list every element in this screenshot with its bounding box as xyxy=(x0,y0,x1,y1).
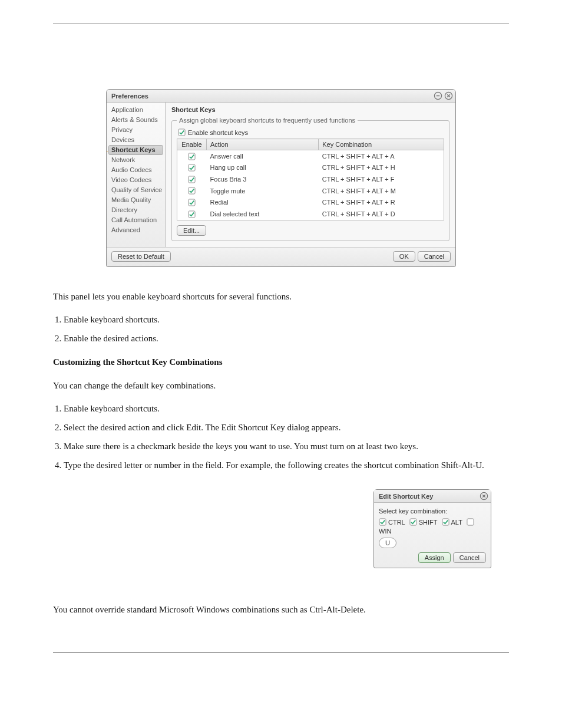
checkbox-icon[interactable] xyxy=(188,176,196,183)
dialog-title: Edit Shortcut Key xyxy=(379,493,478,500)
customize-heading: Customizing the Shortcut Key Combination… xyxy=(53,357,223,367)
sidebar-item-video-codecs[interactable]: Video Codecs xyxy=(107,175,165,185)
top-rule xyxy=(53,24,509,24)
assign-button[interactable]: Assign xyxy=(418,552,451,563)
sidebar-item-directory[interactable]: Directory xyxy=(107,205,165,215)
sidebar-item-devices[interactable]: Devices xyxy=(107,135,165,145)
close-icon[interactable] xyxy=(444,91,453,101)
edit-button[interactable]: Edit... xyxy=(177,225,206,236)
sidebar-item-call-automation[interactable]: Call Automation xyxy=(107,215,165,225)
svg-rect-17 xyxy=(442,519,448,525)
bottom-rule xyxy=(53,652,509,653)
modifier-checkbox-shift[interactable] xyxy=(409,518,417,526)
svg-rect-15 xyxy=(379,519,386,525)
modifier-checkbox-win[interactable] xyxy=(467,518,474,526)
modifier-label-ctrl: CTRL xyxy=(388,519,405,526)
sidebar-item-advanced[interactable]: Advanced xyxy=(107,225,165,235)
key-combination-cell: CTRL + SHIFT + ALT + H xyxy=(319,162,444,174)
checkbox-icon[interactable] xyxy=(188,199,196,206)
step-1: Enable keyboard shortcuts. xyxy=(64,314,509,327)
table-row[interactable]: Hang up callCTRL + SHIFT + ALT + H xyxy=(177,162,444,174)
step-2: Enable the desired actions. xyxy=(64,332,509,345)
sidebar-item-application[interactable]: Application xyxy=(107,105,165,115)
action-cell: Toggle mute xyxy=(207,185,319,197)
enable-cell[interactable] xyxy=(177,196,207,208)
preferences-window: Preferences Application Alerts & Sounds … xyxy=(106,89,456,267)
checkbox-icon[interactable] xyxy=(188,187,196,195)
document-body-text: This panel lets you enable keyboard shor… xyxy=(53,291,509,472)
modifier-label-alt: ALT xyxy=(451,519,462,526)
sidebar-item-label: Directory xyxy=(111,206,137,213)
col-action: Action xyxy=(207,139,319,150)
sidebar-item-label: Quality of Service xyxy=(111,186,162,193)
svg-rect-8 xyxy=(189,176,195,183)
shortcuts-groupbox: Assign global keyboard shortcuts to freq… xyxy=(171,117,449,241)
sidebar-item-label: Advanced xyxy=(111,226,140,233)
sidebar-item-label: Privacy xyxy=(111,126,133,133)
enable-cell[interactable] xyxy=(177,185,207,197)
window-title: Preferences xyxy=(111,93,432,100)
sidebar-item-label: Network xyxy=(111,156,135,163)
key-input[interactable]: U xyxy=(379,538,396,548)
svg-rect-7 xyxy=(189,164,195,171)
sidebar-item-media-quality[interactable]: Media Quality xyxy=(107,195,165,205)
svg-rect-18 xyxy=(467,519,474,525)
table-row[interactable]: Dial selected textCTRL + SHIFT + ALT + D xyxy=(177,208,444,220)
sidebar-item-quality-of-service[interactable]: Quality of Service xyxy=(107,185,165,195)
checkbox-icon[interactable] xyxy=(188,210,196,218)
enable-cell[interactable] xyxy=(177,208,207,220)
sidebar-item-label: Alerts & Sounds xyxy=(111,116,158,123)
col-key-combination: Key Combination xyxy=(319,139,444,150)
enable-shortcuts-label: Enable shortcut keys xyxy=(188,129,248,136)
group-legend: Assign global keyboard shortcuts to freq… xyxy=(177,117,358,124)
footer-note: You cannot override standard Microsoft W… xyxy=(53,604,509,617)
svg-rect-16 xyxy=(410,519,416,525)
enable-cell[interactable] xyxy=(177,150,207,162)
key-combination-cell: CTRL + SHIFT + ALT + M xyxy=(319,185,444,197)
close-icon[interactable] xyxy=(479,492,488,501)
titlebar: Preferences xyxy=(107,90,455,103)
select-key-combination-label: Select key combination: xyxy=(379,508,486,515)
sidebar-item-network[interactable]: Network xyxy=(107,155,165,165)
modifier-label-shift: SHIFT xyxy=(419,519,438,526)
enable-cell[interactable] xyxy=(177,173,207,185)
sidebar-item-label: Media Quality xyxy=(111,196,151,203)
sidebar-item-audio-codecs[interactable]: Audio Codecs xyxy=(107,165,165,175)
table-row[interactable]: RedialCTRL + SHIFT + ALT + R xyxy=(177,196,444,208)
content-pane: Shortcut Keys Assign global keyboard sho… xyxy=(166,103,455,247)
svg-rect-11 xyxy=(189,210,195,217)
sidebar-item-label: Audio Codecs xyxy=(111,166,152,173)
table-row[interactable]: Toggle muteCTRL + SHIFT + ALT + M xyxy=(177,185,444,197)
sidebar-item-label: Application xyxy=(111,106,143,113)
sidebar-item-alerts-sounds[interactable]: Alerts & Sounds xyxy=(107,115,165,125)
checkbox-icon[interactable] xyxy=(188,153,196,160)
checkbox-icon[interactable] xyxy=(188,164,196,172)
minimize-icon[interactable] xyxy=(433,91,442,101)
enable-cell[interactable] xyxy=(177,162,207,174)
content-heading: Shortcut Keys xyxy=(171,106,449,113)
sidebar-item-label: Shortcut Keys xyxy=(111,146,156,153)
customize-step-4: Type the desired letter or number in the… xyxy=(64,459,509,472)
sidebar-item-privacy[interactable]: Privacy xyxy=(107,125,165,135)
dialog-titlebar: Edit Shortcut Key xyxy=(374,490,491,503)
dialog-cancel-button[interactable]: Cancel xyxy=(453,552,486,563)
key-combination-cell: CTRL + SHIFT + ALT + A xyxy=(319,150,444,162)
table-row[interactable]: Answer callCTRL + SHIFT + ALT + A xyxy=(177,150,444,162)
modifier-checkbox-ctrl[interactable] xyxy=(379,518,386,526)
dialog-button-bar: Reset to Default OK Cancel xyxy=(107,247,455,266)
ok-button[interactable]: OK xyxy=(393,251,415,262)
enable-shortcuts-checkbox[interactable] xyxy=(178,129,186,136)
edit-shortcut-dialog: Edit Shortcut Key Select key combination… xyxy=(373,489,491,568)
table-header-row: Enable Action Key Combination xyxy=(177,139,444,150)
reset-to-default-button[interactable]: Reset to Default xyxy=(111,251,171,262)
sidebar-item-shortcut-keys[interactable]: Shortcut Keys xyxy=(108,145,163,155)
action-cell: Redial xyxy=(207,196,319,208)
modifier-label-win: WIN xyxy=(379,528,391,535)
key-combination-cell: CTRL + SHIFT + ALT + R xyxy=(319,196,444,208)
shortcuts-table: Enable Action Key Combination Answer cal… xyxy=(177,139,444,220)
modifier-checkbox-alt[interactable] xyxy=(442,518,449,526)
customize-step-3: Make sure there is a checkmark beside th… xyxy=(64,440,509,453)
cancel-button[interactable]: Cancel xyxy=(418,251,451,262)
table-row[interactable]: Focus Bria 3CTRL + SHIFT + ALT + F xyxy=(177,173,444,185)
customize-body: You can change the default key combinati… xyxy=(53,380,509,393)
